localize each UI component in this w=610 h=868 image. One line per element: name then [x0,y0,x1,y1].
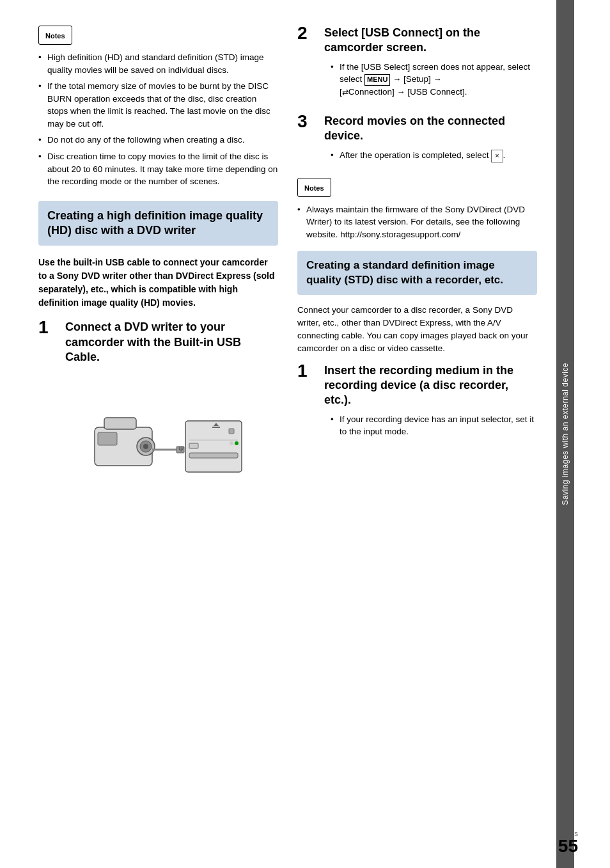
notes-item-2: If the total memory size of movies to be… [38,80,278,130]
step1-container: 1 Connect a DVD writer to your camcorder… [38,320,278,370]
arrow3: → [397,87,405,97]
setup-label: [Setup] [403,74,431,84]
svg-rect-17 [212,427,220,428]
right-column: 2 Select [USB Connect] on the camcorder … [297,26,537,501]
notes-box-top: Notes [38,26,72,45]
step3-container: 3 Record movies on the connected device.… [297,114,537,165]
step2-notes: If the [USB Select] screen does not appe… [331,61,537,99]
device-image-area: Ψ [58,379,278,494]
step3-content: Record movies on the connected device. A… [324,114,537,165]
svg-rect-4 [104,418,136,429]
two-column-layout: Notes High definition (HD) and standard … [38,26,537,501]
left-column: Notes High definition (HD) and standard … [38,26,278,501]
close-button-icon: × [491,150,503,162]
notes-list-top: High definition (HD) and standard defini… [38,51,278,188]
svg-rect-10 [189,453,238,458]
svg-rect-11 [229,429,234,434]
page-container: Notes High definition (HD) and standard … [0,0,610,868]
step2-container: 2 Select [USB Connect] on the camcorder … [297,26,537,101]
device-illustration: Ψ [88,383,248,491]
hd-section-title: Creating a high definition image quality… [47,209,269,239]
std-step1-content: Insert the recording medium in the recor… [324,363,537,441]
step2-note-text: If the [USB Select] screen does not appe… [340,62,530,72]
std-step1-notes: If your recording device has an input se… [331,413,537,438]
step3-note-text: After the operation is completed, select [340,150,489,160]
std-step1-title: Insert the recording medium in the recor… [324,363,537,408]
step1-content: Connect a DVD writer to your camcorder w… [65,320,278,370]
step2-title: Select [USB Connect] on the camcorder sc… [324,26,537,56]
step2-note-select: select MENU → [Setup] → [⇄Connection] → … [340,74,467,97]
notes-label-2: Notes [304,184,324,192]
step2-note-item: If the [USB Select] screen does not appe… [331,61,537,99]
notes-label-top: Notes [45,32,65,40]
notes-section-2: Notes Always maintain the firmware of th… [297,178,537,241]
page-number-area: US 55 [558,831,578,855]
std-section-heading: Creating a standard definition image qua… [297,251,537,294]
sidebar-tab-label: Saving images with an external device [561,363,570,505]
step2-number: 2 [297,24,318,42]
svg-point-15 [230,441,233,445]
hd-section-heading: Creating a high definition image quality… [38,201,278,246]
svg-rect-5 [98,432,117,445]
sidebar-tab: Saving images with an external device [556,0,574,868]
notes-item-4: Disc creation time to copy movies to the… [38,150,278,188]
arrow2: → [434,74,442,84]
svg-text:Ψ: Ψ [178,446,184,453]
std-body-text: Connect your camcorder to a disc recorde… [297,304,537,356]
usb-connect-label: [USB Connect]. [407,87,467,97]
notes2-item-1: Always maintain the firmware of the Sony… [297,203,537,241]
notes-item-1: High definition (HD) and standard defini… [38,51,278,76]
page-number-large: 55 [558,837,578,855]
svg-point-14 [235,441,239,445]
step3-number: 3 [297,113,318,130]
notes-list-2: Always maintain the firmware of the Sony… [297,203,537,241]
connection-icon: ⇄ [342,88,348,97]
step3-note-item: After the operation is completed, select… [331,149,537,162]
svg-point-3 [143,444,148,449]
std-step1-number: 1 [297,362,318,380]
hd-intro: Use the built-in USB cable to connect yo… [38,256,278,310]
menu-key: MENU [364,74,390,85]
step2-content: Select [USB Connect] on the camcorder sc… [324,26,537,101]
svg-rect-13 [189,443,198,448]
connection-label: Connection] [348,87,395,97]
arrow1: → [393,74,401,84]
std-step1-note-item: If your recording device has an input se… [331,413,537,438]
std-step1-container: 1 Insert the recording medium in the rec… [297,363,537,441]
std-section-title: Creating a standard definition image qua… [306,258,528,287]
step1-title: Connect a DVD writer to your camcorder w… [65,320,278,365]
notes-section-top: Notes High definition (HD) and standard … [38,26,278,188]
main-content: Notes High definition (HD) and standard … [0,0,556,868]
step1-number: 1 [38,319,59,336]
step3-notes: After the operation is completed, select… [331,149,537,162]
notes-box-2: Notes [297,178,331,197]
step3-title: Record movies on the connected device. [324,114,537,144]
notes-item-3: Do not do any of the following when crea… [38,134,278,146]
